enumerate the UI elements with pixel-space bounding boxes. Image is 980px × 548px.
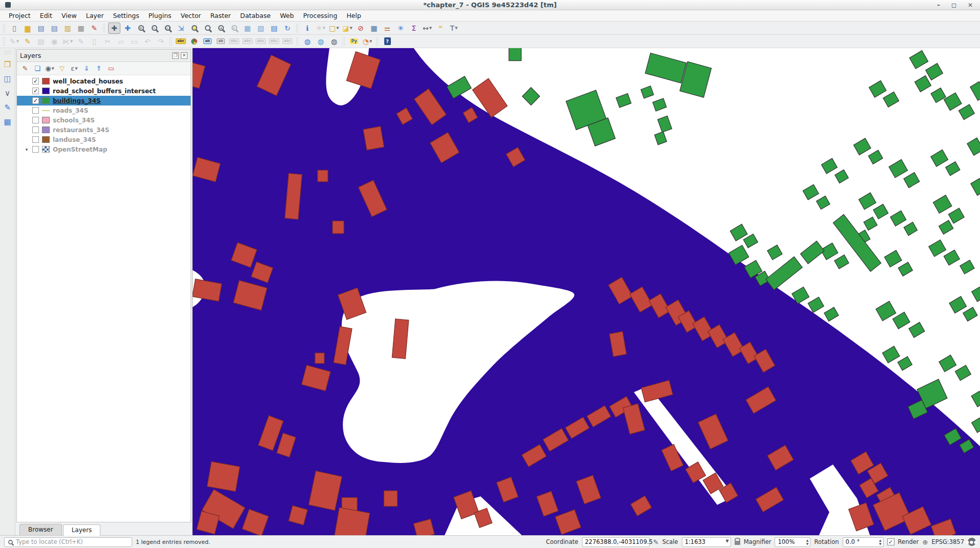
zoom-in-button[interactable]: +: [135, 23, 147, 34]
new-print-layout-button[interactable]: ▥: [61, 23, 74, 34]
select-features-button[interactable]: ▢▼: [328, 23, 340, 34]
remove-layer-button[interactable]: ▭: [106, 63, 117, 74]
text-annotation-button[interactable]: T▼: [448, 23, 460, 34]
save-layer-edits-button[interactable]: ▤: [35, 36, 47, 47]
select-by-expression-button[interactable]: ◪▼: [341, 23, 353, 34]
rotation-spinner[interactable]: 0.0 °▲▼: [843, 537, 884, 547]
render-checkbox[interactable]: ✓: [887, 538, 894, 545]
layer-item-well_located_houses[interactable]: ✓well_located_houses: [17, 76, 191, 86]
style-manager-button[interactable]: ✎: [88, 23, 100, 34]
layer-item-landuse_34S[interactable]: landuse_34S: [17, 135, 191, 144]
layer-visibility-checkbox[interactable]: [32, 117, 39, 123]
menu-processing[interactable]: Processing: [299, 11, 342, 20]
open-layer-styling-button[interactable]: ✎: [19, 63, 31, 74]
show-hide-labels-button[interactable]: abc: [228, 36, 240, 47]
show-layout-manager-button[interactable]: ▦: [75, 23, 87, 34]
highlight-pinned-labels-button[interactable]: ab: [201, 36, 214, 47]
layer-visibility-checkbox[interactable]: [32, 107, 39, 114]
layer-diagram-button[interactable]: [188, 36, 200, 47]
open-project-button[interactable]: ▆: [22, 23, 34, 34]
tab-layers[interactable]: Layers: [63, 524, 101, 536]
paste-features-button[interactable]: ▭: [128, 36, 140, 47]
zoom-full-button[interactable]: ⇲: [175, 23, 187, 34]
toggle-unplaced-labels-button[interactable]: ab: [215, 36, 227, 47]
python-console-button[interactable]: Py: [348, 36, 360, 47]
spinner-arrows-icon[interactable]: ▲▼: [879, 538, 882, 545]
zoom-next-button[interactable]: ▸: [228, 23, 240, 34]
add-group-button[interactable]: ❏: [32, 63, 43, 74]
messages-icon[interactable]: ●●●: [968, 538, 976, 546]
new-3d-map-view-button[interactable]: ▧: [255, 23, 267, 34]
zoom-to-selection-button[interactable]: [188, 23, 200, 34]
menu-plugins[interactable]: Plugins: [144, 11, 176, 20]
spinner-arrows-icon[interactable]: ▲▼: [806, 538, 809, 545]
layer-visibility-checkbox[interactable]: ✓: [32, 78, 39, 85]
add-wms-layer-button[interactable]: ◫: [2, 73, 14, 85]
open-attribute-table-button[interactable]: ▦: [368, 23, 380, 34]
layer-visibility-checkbox[interactable]: ✓: [32, 88, 39, 94]
layer-item-schools_34S[interactable]: schools_34S: [17, 115, 191, 125]
layer-labeling-button[interactable]: abc: [175, 36, 187, 47]
layer-item-roads_34S[interactable]: roads_34S: [17, 106, 191, 115]
filter-by-expression-button[interactable]: ε▼: [69, 63, 80, 74]
add-mesh-layer-button[interactable]: ▦: [2, 116, 14, 128]
copy-features-button[interactable]: ▱: [115, 36, 127, 47]
pan-to-selection-button[interactable]: ✚: [121, 23, 134, 34]
map-canvas[interactable]: [193, 48, 980, 535]
change-label-button[interactable]: abc: [281, 36, 294, 47]
current-edits-button[interactable]: ✎▼: [8, 36, 20, 47]
new-shapefile-layer-button[interactable]: ✎: [2, 102, 14, 113]
layer-item-restaurants_34S[interactable]: restaurants_34S: [17, 125, 191, 135]
map-svg[interactable]: [193, 48, 980, 535]
minimize-button[interactable]: –: [937, 0, 940, 10]
menu-vector[interactable]: Vector: [176, 11, 206, 20]
collapse-all-button[interactable]: ⇑: [93, 63, 105, 74]
run-feature-action-button[interactable]: ✳▼: [315, 23, 327, 34]
processing-toolbox-button[interactable]: ✳: [394, 23, 407, 34]
zoom-to-layer-button[interactable]: [201, 23, 214, 34]
menu-settings[interactable]: Settings: [109, 11, 144, 20]
refresh-map-button[interactable]: ↻: [281, 23, 294, 34]
float-panel-button[interactable]: ❐: [172, 52, 179, 59]
move-label-button[interactable]: abc: [255, 36, 267, 47]
rotate-label-button[interactable]: abc: [268, 36, 280, 47]
layer-item-road_school_buffers_intersect[interactable]: ✓road_school_buffers_intersect: [17, 86, 191, 96]
maximize-button[interactable]: ◻: [951, 0, 956, 10]
magnifier-spinner[interactable]: 100%▲▼: [775, 537, 810, 547]
multiedit-attributes-button[interactable]: ✎: [75, 36, 87, 47]
manage-map-themes-button[interactable]: ◉▼: [44, 63, 55, 74]
zoom-native-button[interactable]: 1:1: [161, 23, 174, 34]
metasearch-add-button[interactable]: ◍: [301, 36, 314, 47]
measure-button[interactable]: ↔▼: [421, 23, 433, 34]
help-button[interactable]: ?: [381, 36, 393, 47]
lock-icon[interactable]: [735, 541, 740, 545]
menu-edit[interactable]: Edit: [35, 11, 57, 20]
add-vector-layer-button[interactable]: ∨: [2, 88, 14, 99]
statistical-summary-button[interactable]: Σ: [408, 23, 420, 34]
close-button[interactable]: ✕: [968, 0, 973, 10]
menu-project[interactable]: Project: [4, 11, 35, 20]
pan-map-button[interactable]: ✚: [108, 23, 120, 34]
filter-legend-button[interactable]: ▽: [56, 63, 68, 74]
crs-indicator[interactable]: EPSG:3857: [931, 538, 964, 545]
toggle-editing-button[interactable]: ✎: [22, 36, 34, 47]
delete-selected-button[interactable]: ▯: [88, 36, 100, 47]
new-map-view-button[interactable]: ▦: [241, 23, 254, 34]
save-project-button[interactable]: ▤: [35, 23, 47, 34]
cut-features-button[interactable]: ✂: [101, 36, 114, 47]
layer-item-OpenStreetMap[interactable]: ▾OpenStreetMap: [17, 144, 191, 154]
field-calculator-button[interactable]: ⚌: [381, 23, 393, 34]
scale-combo[interactable]: 1:1633▼: [682, 537, 731, 547]
layer-visibility-checkbox[interactable]: [32, 127, 39, 133]
layer-visibility-checkbox[interactable]: [32, 136, 39, 143]
bookmarks-button[interactable]: ▤: [268, 23, 280, 34]
pin-unpin-labels-button[interactable]: abc: [241, 36, 254, 47]
map-tips-button[interactable]: ❝: [434, 23, 447, 34]
menu-view[interactable]: View: [57, 11, 81, 20]
extents-toggle-icon[interactable]: ✎: [653, 538, 659, 546]
data-source-manager-button[interactable]: ❐: [2, 59, 14, 70]
globe-icon[interactable]: ⊕: [923, 538, 928, 546]
metasearch-services-button[interactable]: ◍: [315, 36, 327, 47]
tab-browser[interactable]: Browser: [19, 524, 62, 535]
menu-raster[interactable]: Raster: [205, 11, 235, 20]
